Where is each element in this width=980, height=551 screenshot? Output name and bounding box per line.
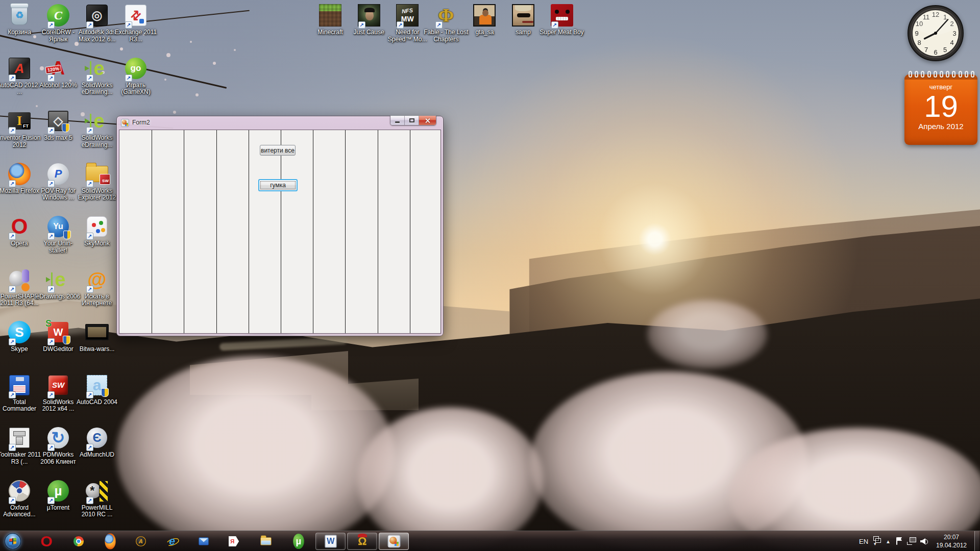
samp-icon: [512, 4, 534, 27]
desktop-icon-toolmaker[interactable]: ↗Toolmaker 2011 R3 (...: [0, 425, 39, 465]
start-button[interactable]: [4, 533, 21, 550]
svg-text:4: 4: [950, 39, 953, 46]
language-indicator[interactable]: EN: [859, 538, 868, 545]
icon-image: [472, 3, 497, 28]
taskbar-icon-yandex[interactable]: Я: [226, 534, 241, 549]
desktop-icon-exchange[interactable]: ⇄↗Exchange 2011 R3...: [116, 3, 155, 43]
desktop-icon-powershape[interactable]: ↗PowerSHAPE 2011 R3 (64...: [0, 267, 39, 307]
desktop-icon-alcohol-120[interactable]: A120%↗Alcohol 120%: [39, 56, 78, 89]
desktop-icon-inventor[interactable]: IFT↗Inventor Fusion 2012: [0, 109, 39, 148]
clock-gadget[interactable]: 123456789101112: [906, 4, 965, 62]
calendar-gadget[interactable]: четверг 19 Апрель 2012: [904, 74, 977, 145]
shortcut-arrow-icon: ↗: [125, 21, 132, 29]
desktop-icon-fable[interactable]: Ф↗Fable - The Lost Chapters: [427, 3, 465, 43]
desktop-icon-opera[interactable]: O↗Opera: [0, 214, 39, 247]
icon-image: e↗: [85, 109, 109, 133]
taskbar-icon-firefox[interactable]: [103, 534, 118, 549]
spiral-ring: [927, 71, 931, 78]
desktop-icon-gta-sa[interactable]: gta_sa: [465, 3, 504, 36]
desktop-icon-autocad-2012[interactable]: A↗AutoCAD 2012 - ...: [0, 56, 39, 96]
desktop-icon-sw-explorer[interactable]: SW↗SolidWorks Explorer 2012: [78, 162, 116, 202]
desktop-icon-samp[interactable]: samp: [504, 3, 543, 36]
desktop-icon-recycle-bin[interactable]: ♻Корзина: [0, 3, 39, 36]
shortcut-arrow-icon: ↗: [86, 444, 93, 451]
desktop-icon-super-meat-boy[interactable]: ↗Super Meat Boy: [543, 3, 581, 36]
icon-image: *↗: [85, 479, 109, 503]
taskbar-icon-aimp[interactable]: A: [133, 534, 149, 549]
taskbar-icon-windows-explorer[interactable]: [258, 534, 274, 549]
action-center-icon[interactable]: [895, 537, 902, 546]
desktop-icon-bitwa[interactable]: Bitwa-wars...: [78, 320, 116, 353]
eraser-button[interactable]: гумка: [258, 179, 298, 191]
tray-time: 20:07: [933, 533, 970, 541]
shortcut-arrow-icon: ↗: [86, 180, 93, 187]
desktop-icon-mailru-search[interactable]: @↗Искать в Интернете: [78, 267, 116, 307]
desktop-icon-edrawings[interactable]: e↗SolidWorks eDrawing...: [78, 109, 116, 148]
clear-all-button[interactable]: витерти все: [260, 145, 296, 156]
show-desktop-button[interactable]: [974, 531, 979, 551]
icon-image: [85, 320, 109, 344]
svg-text:8: 8: [917, 39, 921, 46]
desktop-icon-edrawings[interactable]: e↗eDrawings 2006: [39, 267, 78, 300]
icon-image: ↗: [7, 267, 32, 292]
yandex-icon: Я: [229, 536, 239, 546]
desktop-icon-total-commander[interactable]: ↗Total Commander: [0, 373, 39, 413]
shortcut-arrow-icon: ↗: [47, 180, 55, 187]
language-bar-icon[interactable]: ▾: [873, 536, 881, 546]
desktop-icon-povray[interactable]: P↗POV-Ray for Windows ...: [39, 162, 78, 202]
desktop-icon-your-uninstaller[interactable]: Yu↗Your Unin-staller!: [39, 214, 78, 254]
desktop-icon-solidworks[interactable]: SW↗SolidWorks 2012 x64 ...: [39, 373, 78, 413]
icon-image: ↗: [357, 3, 381, 28]
desktop-icon-label: SolidWorks eDrawing...: [74, 135, 120, 148]
taskbar-window-spartan-game[interactable]: Ω: [347, 533, 377, 550]
shortcut-arrow-icon: ↗: [9, 286, 16, 293]
desktop-icon-admuncher[interactable]: Є↗AdMunchUD: [78, 425, 116, 459]
desktop-icon-skymonk[interactable]: ↗SkyMonk: [78, 214, 116, 247]
taskbar-icon-mail[interactable]: [196, 534, 211, 549]
desktop-icon-edrawings[interactable]: e↗SolidWorks eDrawing...: [78, 56, 116, 96]
gta-sa-icon: [473, 4, 496, 27]
taskbar-window-word[interactable]: W: [315, 533, 346, 550]
tray-date: 19.04.2012: [933, 541, 970, 549]
taskbar-icon-opera[interactable]: O: [39, 534, 54, 549]
icon-image: SW↗: [85, 162, 109, 186]
shortcut-arrow-icon: ↗: [9, 497, 16, 504]
minimize-button[interactable]: [390, 116, 405, 125]
shortcut-arrow-icon: ↗: [86, 497, 93, 504]
taskbar-icon-chrome[interactable]: [71, 534, 86, 549]
svg-text:3: 3: [952, 30, 956, 37]
shortcut-arrow-icon: ↗: [86, 286, 93, 293]
taskbar: OAeЯµWΩ EN ▾ ▲ 20:07 19.04.2012: [0, 531, 980, 551]
desktop-icon-just-cause[interactable]: ↗Just Cause: [350, 3, 388, 36]
recycle-bin-icon: ♻: [11, 6, 28, 25]
desktop-icon-coreldraw[interactable]: C↗CorelDRW - Ярлык: [39, 3, 78, 43]
desktop-icon-powermill[interactable]: *↗PowerMILL 2010 RC ...: [78, 479, 116, 518]
window-titlebar[interactable]: Form2: [117, 116, 443, 130]
desktop-icon-nfs-mw[interactable]: NFSMW↗Need for Speed™ Mo...: [388, 3, 427, 43]
spartan-game-icon: Ω: [355, 535, 369, 548]
desktop-icon-label: Играть (GameXN): [113, 82, 159, 96]
taskbar-clock[interactable]: 20:07 19.04.2012: [933, 533, 970, 549]
network-icon[interactable]: [907, 537, 916, 545]
desktop-icon-utorrent[interactable]: µ↗µTorrent: [39, 479, 78, 512]
desktop-icon-3dsmax-5[interactable]: ◇↗3ds max 5: [39, 109, 78, 142]
desktop-icon-dwgeditor[interactable]: WS↗DWGeditor: [39, 320, 78, 353]
taskbar-icon-internet-explorer[interactable]: e: [164, 534, 180, 549]
volume-icon[interactable]: [920, 538, 928, 545]
desktop-icon-minecraft[interactable]: Minecraft: [311, 3, 350, 36]
desktop-icon-label: SkyMonk: [74, 240, 120, 247]
desktop-icon-gamexn[interactable]: go↗Играть (GameXN): [116, 56, 155, 96]
desktop-icon-firefox[interactable]: ↗Mozilla Firefox: [0, 162, 39, 195]
sw-explorer-icon: SW: [86, 166, 108, 182]
desktop-icon-autocad-2004[interactable]: a↗AutoCAD 2004: [78, 373, 116, 406]
taskbar-icon-utorrent[interactable]: µ: [291, 534, 306, 549]
desktop-icon-skype[interactable]: S↗Skype: [0, 320, 39, 353]
minecraft-icon: [319, 4, 341, 27]
desktop-icon-pdmworks[interactable]: ↻↗PDMWorks 2006 Клиент: [39, 425, 78, 465]
taskbar-window-delphi[interactable]: [379, 533, 409, 550]
desktop-icon-oxford[interactable]: ↗Oxford Advanced...: [0, 479, 39, 518]
show-hidden-icons-button[interactable]: ▲: [886, 539, 891, 544]
maximize-button[interactable]: [405, 116, 419, 125]
close-button[interactable]: [419, 116, 436, 125]
desktop-icon-autodesk-3dsmax-2012[interactable]: ◎↗Autodesk 3ds Max 2012 6...: [78, 3, 116, 43]
